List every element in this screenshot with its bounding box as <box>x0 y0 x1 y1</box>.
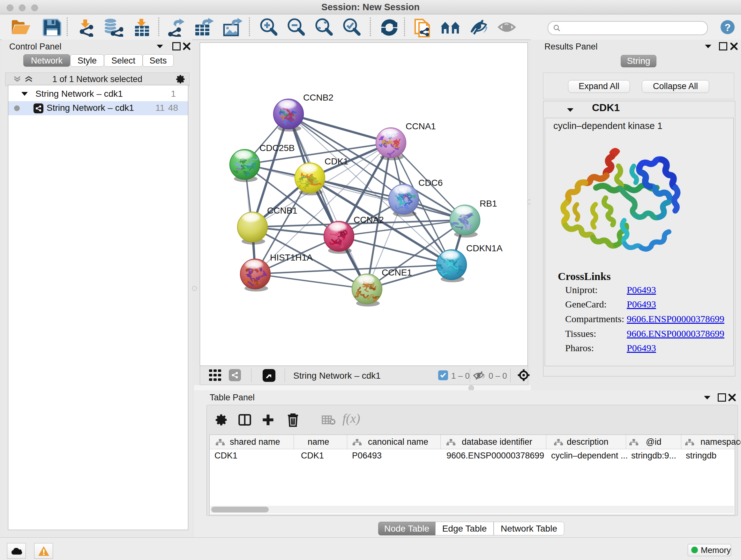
svg-text:CDC25B: CDC25B <box>259 143 294 153</box>
svg-text:CCNB2: CCNB2 <box>303 92 333 103</box>
svg-text:CCNE1: CCNE1 <box>382 267 412 277</box>
svg-text:CCNB1: CCNB1 <box>267 206 297 215</box>
svg-text:CDC6: CDC6 <box>418 178 443 188</box>
svg-text:CDK1: CDK1 <box>325 157 348 166</box>
svg-text:CCNA1: CCNA1 <box>406 121 436 131</box>
svg-text:CCNA2: CCNA2 <box>354 215 384 225</box>
svg-text:?: ? <box>724 22 731 33</box>
svg-text:CDKN1A: CDKN1A <box>466 243 502 253</box>
svg-text:RB1: RB1 <box>480 199 497 208</box>
svg-text:HIST1H1A: HIST1H1A <box>270 253 313 262</box>
